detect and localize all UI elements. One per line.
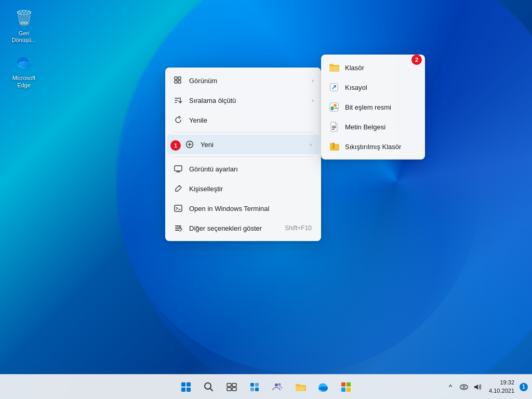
- menu-item-kisiselleştir[interactable]: Kişiselleştir: [165, 179, 321, 198]
- svg-rect-16: [332, 127, 336, 128]
- gorunum-ayarlari-icon: [172, 163, 184, 175]
- separator-2: [172, 156, 314, 157]
- menu-item-diger[interactable]: Diğer seçenekleri göster Shift+F10: [165, 218, 321, 238]
- submenu-item-metin[interactable]: Metin Belgesi: [321, 117, 425, 137]
- svg-rect-20: [333, 145, 334, 146]
- svg-rect-29: [250, 388, 254, 391]
- menu-item-yeni[interactable]: 1 Yeni ›: [167, 135, 319, 154]
- edge-img: [14, 52, 34, 73]
- siralama-arrow: ›: [312, 97, 314, 103]
- svg-rect-24: [232, 383, 236, 387]
- svg-rect-30: [255, 388, 259, 391]
- menu-item-yenile[interactable]: Yenile: [165, 110, 321, 130]
- kisayol-label: Kısayol: [345, 84, 367, 91]
- context-menu: Görünüm › Sıralama ölçütü › Yenile: [165, 68, 321, 241]
- svg-rect-23: [227, 383, 231, 387]
- gorunum-ayarlari-label: Görüntü ayarları: [189, 165, 314, 173]
- kisayol-icon: [328, 82, 340, 93]
- svg-rect-28: [255, 383, 259, 387]
- file-explorer-button[interactable]: [290, 377, 311, 397]
- siralama-label: Sıralama ölçütü: [189, 97, 312, 104]
- svg-rect-15: [332, 126, 336, 127]
- bitmap-label: Bit eşlem resmi: [345, 103, 391, 111]
- submenu-item-bitmap[interactable]: Bit eşlem resmi: [321, 97, 425, 117]
- klasor-icon: [328, 62, 340, 73]
- siralama-icon: [172, 95, 184, 106]
- submenu: Klasör 2 Kısayol Bit: [321, 55, 425, 159]
- svg-rect-25: [227, 388, 231, 391]
- start-button[interactable]: [176, 377, 196, 397]
- svg-rect-37: [347, 388, 351, 392]
- yeni-icon: [184, 139, 195, 150]
- store-button[interactable]: [336, 377, 356, 397]
- svg-rect-19: [333, 143, 334, 144]
- windows-logo: [181, 382, 191, 392]
- taskbar-right: ^ 19:32 4.10.2021 1: [444, 379, 532, 395]
- svg-rect-10: [175, 230, 179, 231]
- taskview-button[interactable]: [221, 377, 242, 397]
- diger-shortcut: Shift+F10: [285, 224, 312, 232]
- recycle-bin-icon[interactable]: 🗑️ Geri Dönüşü...: [5, 5, 43, 46]
- yenile-icon: [172, 114, 184, 126]
- clock[interactable]: 19:32 4.10.2021: [486, 379, 517, 395]
- clock-time: 19:32: [500, 379, 514, 387]
- taskbar: ^ 19:32 4.10.2021 1: [0, 374, 532, 399]
- step-badge-2: 2: [411, 55, 422, 65]
- step-badge-1: 1: [170, 140, 181, 151]
- microsoft-edge-icon[interactable]: Microsoft Edge: [5, 50, 43, 90]
- svg-rect-34: [341, 382, 345, 387]
- svg-rect-3: [175, 81, 177, 83]
- bitmap-icon: [328, 101, 340, 113]
- zip-label: Sıkıştırılmış Klasör: [345, 143, 401, 151]
- svg-rect-36: [341, 388, 345, 392]
- submenu-item-zip[interactable]: Sıkıştırılmış Klasör: [321, 137, 425, 156]
- kisiselleştir-label: Kişiselleştir: [189, 185, 314, 193]
- widgets-button[interactable]: [244, 377, 265, 397]
- yeni-label: Yeni: [201, 141, 310, 149]
- metin-label: Metin Belgesi: [345, 123, 385, 131]
- submenu-item-klasor[interactable]: Klasör 2: [321, 58, 425, 77]
- gorunum-label: Görünüm: [189, 77, 312, 85]
- svg-rect-2: [178, 77, 181, 79]
- svg-rect-35: [347, 382, 351, 387]
- submenu-item-kisayol[interactable]: Kısayol: [321, 77, 425, 97]
- desktop: 🗑️ Geri Dönüşü... Microsoft Edge: [0, 0, 532, 399]
- tray-chevron[interactable]: ^: [444, 381, 457, 393]
- recycle-bin-img: 🗑️: [14, 7, 34, 28]
- gorunum-icon: [172, 75, 184, 86]
- menu-item-siralama[interactable]: Sıralama ölçütü ›: [165, 90, 321, 110]
- svg-point-14: [334, 104, 337, 107]
- klasor-label: Klasör: [345, 64, 364, 72]
- svg-rect-8: [175, 225, 181, 227]
- gorunum-arrow: ›: [312, 77, 314, 84]
- recycle-bin-label: Geri Dönüşü...: [7, 30, 41, 44]
- svg-rect-4: [178, 81, 181, 83]
- tray-network[interactable]: [458, 381, 470, 393]
- taskbar-center: [176, 377, 356, 397]
- svg-rect-6: [175, 166, 182, 171]
- svg-rect-27: [250, 383, 254, 387]
- terminal-label: Open in Windows Terminal: [189, 205, 314, 212]
- diger-label: Diğer seçenekleri göster: [189, 224, 285, 232]
- yeni-arrow: ›: [310, 141, 312, 148]
- edge-label: Microsoft Edge: [7, 75, 41, 88]
- menu-item-gorunum-ayarlari[interactable]: Görüntü ayarları: [165, 159, 321, 179]
- notification-badge[interactable]: 1: [520, 383, 528, 391]
- menu-item-gorunum[interactable]: Görünüm ›: [165, 71, 321, 90]
- diger-icon: [172, 222, 184, 234]
- search-button[interactable]: [198, 377, 219, 397]
- svg-point-32: [278, 383, 281, 385]
- svg-rect-17: [332, 129, 335, 130]
- edge-taskbar-button[interactable]: [313, 377, 334, 397]
- desktop-icons: 🗑️ Geri Dönüşü... Microsoft Edge: [5, 5, 43, 91]
- metin-icon: [328, 121, 340, 132]
- svg-point-31: [275, 383, 278, 387]
- tray-speaker[interactable]: [471, 381, 484, 393]
- teams-button[interactable]: [267, 377, 288, 397]
- svg-rect-1: [175, 77, 177, 79]
- kisiselleştir-icon: [172, 183, 184, 194]
- svg-point-22: [205, 383, 211, 389]
- yenile-label: Yenile: [189, 116, 314, 124]
- menu-item-terminal[interactable]: Open in Windows Terminal: [165, 198, 321, 218]
- svg-rect-26: [232, 388, 236, 391]
